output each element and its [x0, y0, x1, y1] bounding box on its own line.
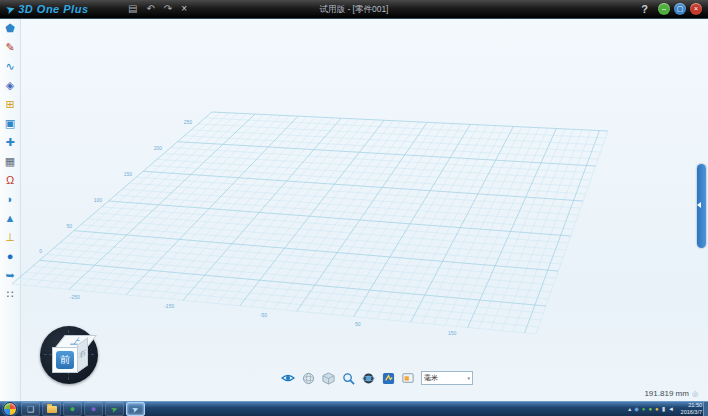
grid-axis-label: -50 — [260, 312, 267, 318]
clock-date: 2016/3/7 — [681, 409, 702, 416]
browser-globe-icon: ● — [70, 404, 75, 414]
restore-button[interactable]: ▢ — [674, 3, 686, 15]
window-stack-icon: ❏ — [27, 405, 34, 414]
clock-time: 21:50 — [681, 402, 702, 409]
taskbar-app-explorer[interactable] — [42, 402, 61, 416]
tray-update-icon[interactable]: ● — [642, 402, 646, 416]
app-window: ➤ 3D One Plus ▤↶↷× 试用版 - [零件001] ? –▢× ⬟… — [0, 0, 708, 416]
shaded-cube-icon[interactable] — [321, 371, 335, 385]
window-controls: –▢× — [658, 3, 702, 15]
grid-lines — [12, 112, 608, 333]
chevron-left-icon — [697, 202, 701, 208]
grid-axis-label: -250 — [70, 294, 80, 300]
grid-lines — [12, 112, 608, 334]
title-bar: ➤ 3D One Plus ▤↶↷× 试用版 - [零件001] ? –▢× — [0, 0, 708, 19]
windows-taskbar: ❏●●➤➤ ▴◆●●●▮◄ 21:50 2016/3/7 — [0, 401, 708, 416]
grid-axis-label: 100 — [94, 197, 103, 203]
visibility-eye-icon[interactable] — [281, 371, 295, 385]
show-desktop-button[interactable] — [703, 402, 708, 416]
grid-axis-label: 50 — [355, 321, 361, 327]
viewport-3d-grid[interactable]: 250200150100500-250-150-5050150 — [0, 19, 708, 402]
messenger-icon: ● — [91, 404, 96, 414]
wireframe-globe-icon[interactable] — [301, 371, 315, 385]
taskbar-app-3done[interactable]: ➤ — [105, 402, 124, 416]
taskbar-apps: ❏●●➤➤ — [21, 402, 145, 416]
tray-volume-icon[interactable]: ◄ — [668, 402, 674, 416]
units-dropdown[interactable]: 毫米▾ — [421, 371, 473, 385]
taskbar-clock[interactable]: 21:50 2016/3/7 — [681, 402, 702, 416]
grid-axis-label: -150 — [164, 303, 174, 309]
tray-security-icon[interactable]: ◆ — [634, 402, 639, 416]
tray-show-hidden-icon[interactable]: ▴ — [628, 402, 631, 416]
grid-axis-label: 0 — [39, 248, 42, 254]
right-panel-handle[interactable] — [697, 164, 706, 248]
units-window-icon[interactable] — [401, 371, 415, 385]
grid-axis-label: 50 — [66, 223, 72, 229]
taskbar-app-messenger[interactable]: ● — [84, 402, 103, 416]
paper-plane-green-icon: ➤ — [110, 404, 119, 415]
render-mode-icon[interactable] — [381, 371, 395, 385]
grid-axis-label: 250 — [184, 119, 193, 125]
taskbar-app-browser[interactable]: ● — [63, 402, 82, 416]
taskbar-app-3done-plus[interactable]: ➤ — [126, 402, 145, 416]
folder-icon — [47, 406, 57, 413]
view-cube-cube[interactable]: 上 前 右 — [51, 335, 87, 375]
help-button[interactable]: ? — [641, 0, 648, 18]
chevron-down-icon: ▾ — [467, 375, 470, 381]
units-dropdown-value: 毫米 — [424, 373, 438, 383]
view-cube-right-face[interactable]: 右 — [77, 337, 88, 373]
tray-network-icon[interactable]: ▮ — [662, 402, 665, 416]
taskbar-app-windows[interactable]: ❏ — [21, 402, 40, 416]
zoom-magnifier-icon[interactable] — [341, 371, 355, 385]
system-tray: ▴◆●●●▮◄ — [628, 402, 674, 416]
measurement-value: 191.819 mm — [644, 389, 688, 398]
grid-axis-label: 200 — [154, 145, 163, 151]
close-button[interactable]: × — [690, 3, 702, 15]
tray-antivirus-icon[interactable]: ● — [648, 402, 652, 416]
start-button[interactable] — [3, 402, 17, 416]
tray-warning-icon[interactable]: ● — [655, 402, 659, 416]
compass-icon: ◎ — [692, 390, 698, 398]
paper-plane-blue-icon: ➤ — [131, 404, 140, 415]
grid-axis-label: 150 — [124, 171, 133, 177]
grid-axis-label: 150 — [448, 330, 457, 336]
document-title: 试用版 - [零件001] — [0, 0, 708, 18]
orbit-view-icon[interactable] — [361, 371, 375, 385]
view-toolbar: 毫米▾ — [281, 370, 473, 386]
view-cube-front-label: 前 — [56, 351, 74, 369]
minimize-button[interactable]: – — [658, 3, 670, 15]
status-measurement: 191.819 mm ◎ — [644, 389, 698, 398]
view-cube-front-face[interactable]: 前 — [52, 347, 78, 373]
view-cube[interactable]: 上 前 右 — [40, 326, 98, 384]
